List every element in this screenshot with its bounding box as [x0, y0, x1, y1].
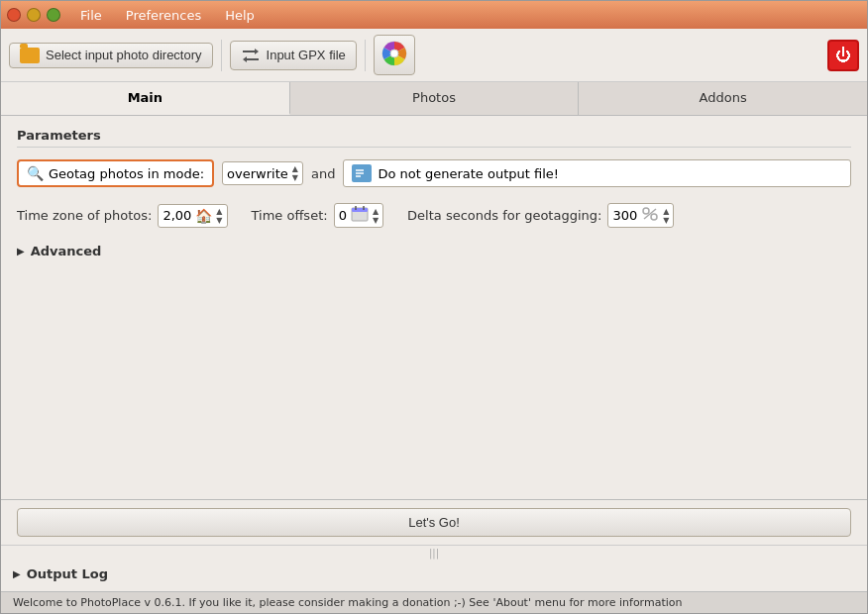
minimize-btn[interactable] — [27, 8, 41, 22]
menu-help[interactable]: Help — [221, 6, 259, 25]
tab-main[interactable]: Main — [1, 82, 290, 115]
geotag-label-box: 🔍 Geotag photos in mode: — [17, 159, 214, 187]
advanced-label: Advanced — [31, 244, 102, 258]
timeoffset-spinner[interactable]: 0 ▲▼ — [334, 203, 383, 228]
color-wheel-icon — [380, 40, 408, 70]
power-icon: ⏻ — [835, 46, 851, 64]
output-label: Do not generate output file! — [378, 166, 559, 181]
geotag-row: 🔍 Geotag photos in mode: overwrite ▲▼ an… — [17, 159, 851, 187]
delta-group: Delta seconds for geotagging: 300 ▲▼ — [407, 203, 674, 228]
folder-icon — [20, 48, 40, 63]
mode-value: overwrite — [227, 166, 288, 181]
output-log-toggle[interactable]: ▶ Output Log — [13, 566, 855, 581]
svg-rect-11 — [352, 208, 368, 212]
maximize-btn[interactable] — [47, 8, 60, 22]
timezone-spinner[interactable]: 2,00 🏠 ▲▼ — [158, 204, 227, 228]
spinner-arrows-3-icon: ▲▼ — [663, 207, 669, 225]
spinner-arrows-icon: ▲▼ — [216, 207, 222, 225]
status-bar: Welcome to PhotoPlace v 0.6.1. If you li… — [1, 591, 867, 613]
toolbar: Select input photo directory Input GPX f… — [1, 29, 867, 82]
main-content: Parameters 🔍 Geotag photos in mode: over… — [1, 116, 867, 499]
timeoffset-value: 0 — [339, 208, 347, 223]
log-expand-icon: ▶ — [13, 568, 21, 579]
gpx-arrows-icon — [241, 46, 261, 65]
timezone-group: Time zone of photos: 2,00 🏠 ▲▼ — [17, 204, 228, 228]
timezone-label: Time zone of photos: — [17, 208, 152, 223]
toolbar-separator — [221, 40, 222, 71]
calendar-icon — [351, 206, 369, 225]
tab-addons[interactable]: Addons — [579, 82, 867, 115]
output-log-section: ▶ Output Log — [1, 561, 867, 591]
file-icon — [352, 164, 372, 182]
mode-dropdown[interactable]: overwrite ▲▼ — [222, 161, 303, 185]
letsgo-button[interactable]: Let's Go! — [17, 508, 851, 537]
bottom-area: Let's Go! ||| ▶ Output Log Welcome to Ph… — [1, 499, 867, 613]
timeoffset-label: Time offset: — [252, 208, 328, 223]
menu-file[interactable]: File — [76, 6, 106, 25]
svg-point-15 — [651, 214, 657, 220]
spinner-arrows-2-icon: ▲▼ — [373, 207, 379, 225]
toolbar-separator-2 — [365, 40, 366, 71]
tab-bar: Main Photos Addons — [1, 82, 867, 116]
geotag-label: Geotag photos in mode: — [49, 166, 204, 181]
letsgo-bar: Let's Go! — [1, 500, 867, 546]
status-text: Welcome to PhotoPlace v 0.6.1. If you li… — [13, 596, 682, 609]
advanced-row[interactable]: ▶ Advanced — [17, 244, 851, 258]
home-icon: 🏠 — [195, 208, 212, 224]
color-tool-button[interactable] — [374, 35, 415, 75]
menu-preferences[interactable]: Preferences — [122, 6, 205, 25]
parameters-label: Parameters — [17, 128, 851, 148]
svg-marker-1 — [255, 49, 259, 54]
output-log-label: Output Log — [27, 566, 108, 581]
timeoffset-group: Time offset: 0 ▲▼ — [252, 203, 384, 228]
menu-bar: File Preferences Help — [76, 6, 259, 25]
close-btn[interactable] — [7, 8, 21, 22]
input-gpx-label: Input GPX file — [267, 48, 346, 62]
select-dir-button[interactable]: Select input photo directory — [9, 43, 213, 68]
percent-icon — [641, 206, 659, 225]
main-window: File Preferences Help Select input photo… — [0, 0, 868, 614]
expand-arrow-icon: ▶ — [17, 246, 25, 256]
drag-handle[interactable]: ||| — [1, 546, 867, 561]
timezone-value: 2,00 — [163, 208, 191, 223]
output-file-box[interactable]: Do not generate output file! — [343, 159, 851, 187]
quit-button[interactable]: ⏻ — [827, 40, 859, 71]
delta-value: 300 — [612, 208, 637, 223]
and-label: and — [311, 166, 335, 181]
input-gpx-button[interactable]: Input GPX file — [230, 41, 357, 70]
titlebar: File Preferences Help — [1, 1, 867, 29]
delta-label: Delta seconds for geotagging: — [407, 208, 601, 223]
magnifier-icon: 🔍 — [27, 165, 43, 181]
select-dir-label: Select input photo directory — [46, 48, 202, 62]
tab-photos[interactable]: Photos — [290, 82, 580, 115]
svg-point-5 — [390, 50, 398, 57]
svg-marker-3 — [243, 56, 247, 62]
svg-point-14 — [643, 208, 649, 214]
dropdown-arrows-icon: ▲▼ — [292, 164, 298, 182]
options-row: Time zone of photos: 2,00 🏠 ▲▼ Time offs… — [17, 203, 851, 228]
delta-spinner[interactable]: 300 ▲▼ — [607, 203, 674, 228]
